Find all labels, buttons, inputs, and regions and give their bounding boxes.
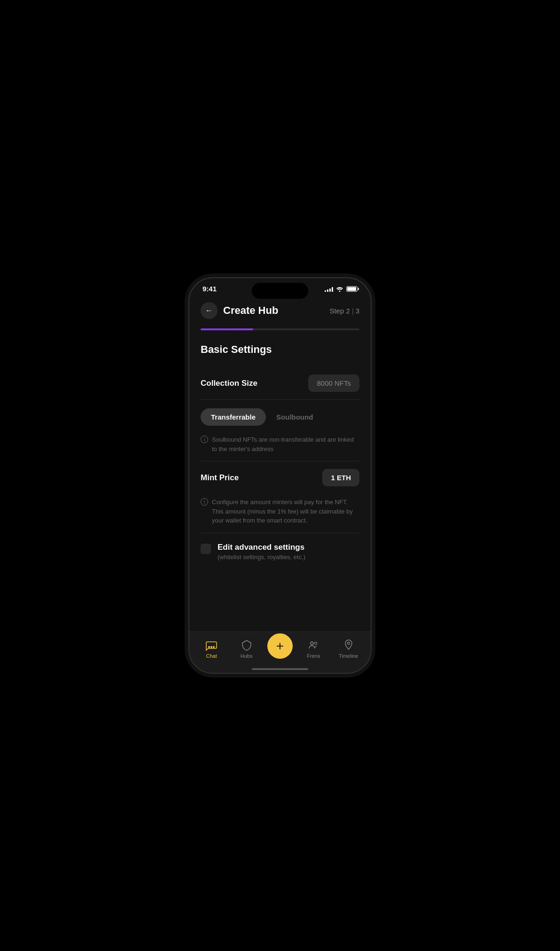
- soulbound-info-text: Soulbound NFTs are non-transferable and …: [212, 435, 359, 453]
- info-icon: i: [201, 436, 208, 443]
- nav-item-chat[interactable]: Chat: [197, 639, 226, 659]
- back-arrow-icon: ←: [205, 306, 213, 315]
- nav-item-hubs[interactable]: Hubs: [233, 639, 261, 659]
- nav-item-frens[interactable]: Frens: [299, 639, 327, 659]
- collection-size-row: Collection Size 8000 NFTs: [201, 367, 359, 399]
- header-left: ← Create Hub: [201, 302, 278, 319]
- status-time: 9:41: [202, 285, 217, 293]
- signal-icon: [325, 286, 333, 292]
- main-content: ← Create Hub Step 2 | 3 Basic Settings C…: [189, 296, 371, 631]
- svg-point-0: [208, 646, 210, 648]
- transfer-toggle-group: Transferrable Soulbound: [201, 400, 359, 431]
- status-icons: [325, 286, 358, 292]
- plus-icon: +: [276, 639, 284, 653]
- hubs-icon: [241, 639, 253, 651]
- mint-info-icon: i: [201, 498, 208, 506]
- svg-point-5: [347, 642, 350, 644]
- nav-item-timeline[interactable]: Timeline: [334, 639, 363, 659]
- battery-icon: [346, 286, 358, 292]
- mint-price-info-text: Configure the amount minters will pay fo…: [212, 498, 359, 525]
- chat-nav-label: Chat: [206, 653, 217, 659]
- transferrable-option[interactable]: Transferrable: [201, 408, 266, 426]
- collection-size-label: Collection Size: [201, 379, 257, 388]
- advanced-settings-row[interactable]: Edit advanced settings (whitelist settin…: [201, 533, 359, 570]
- collection-size-value[interactable]: 8000 NFTs: [308, 374, 359, 392]
- mint-price-value[interactable]: 1 ETH: [322, 469, 359, 486]
- svg-point-4: [315, 642, 317, 644]
- page-title: Create Hub: [223, 304, 278, 317]
- mint-price-info: i Configure the amount minters will pay …: [201, 494, 359, 533]
- plus-button[interactable]: +: [267, 633, 293, 659]
- soulbound-info: i Soulbound NFTs are non-transferable an…: [201, 431, 359, 461]
- phone-screen: 9:41: [189, 278, 371, 673]
- svg-point-2: [213, 646, 215, 648]
- chat-icon: [205, 639, 218, 651]
- bottom-nav: Chat Hubs +: [189, 631, 371, 673]
- progress-bar: [201, 328, 359, 330]
- advanced-settings-checkbox[interactable]: [201, 544, 211, 554]
- step-indicator: Step 2 | 3: [329, 307, 359, 315]
- advanced-settings-sublabel: (whitelist settings, royalties, etc.): [218, 553, 305, 561]
- wifi-icon: [336, 286, 343, 292]
- hubs-nav-label: Hubs: [241, 653, 253, 659]
- mint-price-row: Mint Price 1 ETH: [201, 461, 359, 494]
- mint-price-label: Mint Price: [201, 473, 239, 483]
- progress-bar-fill: [201, 328, 253, 330]
- page-header: ← Create Hub Step 2 | 3: [201, 296, 359, 328]
- advanced-settings-text: Edit advanced settings (whitelist settin…: [218, 543, 305, 561]
- home-indicator: [252, 668, 308, 670]
- section-title: Basic Settings: [201, 343, 359, 356]
- timeline-nav-label: Timeline: [339, 653, 358, 659]
- soulbound-option[interactable]: Soulbound: [266, 408, 323, 426]
- phone-shell: 9:41: [188, 277, 372, 674]
- svg-point-1: [210, 646, 212, 648]
- frens-icon: [307, 639, 319, 651]
- back-button[interactable]: ←: [201, 302, 218, 319]
- frens-nav-label: Frens: [307, 653, 320, 659]
- timeline-icon: [342, 639, 355, 651]
- dynamic-island: [252, 283, 308, 299]
- svg-point-3: [311, 642, 313, 645]
- advanced-settings-label: Edit advanced settings: [218, 543, 305, 552]
